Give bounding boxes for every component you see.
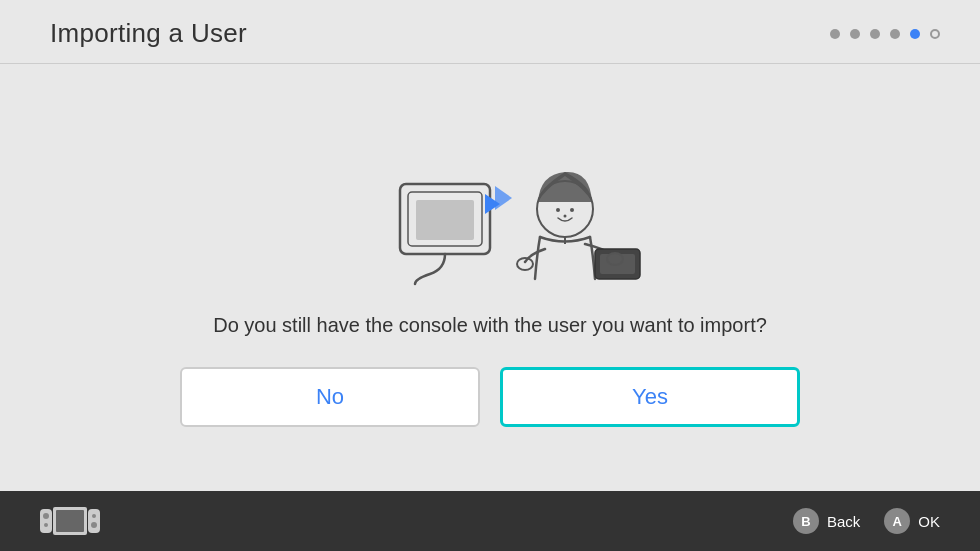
svg-point-7 bbox=[570, 208, 574, 212]
svg-rect-18 bbox=[56, 510, 84, 532]
header: Importing a User bbox=[0, 0, 980, 64]
progress-dot-3 bbox=[870, 29, 880, 39]
page-title: Importing a User bbox=[50, 18, 247, 49]
progress-dot-2 bbox=[850, 29, 860, 39]
svg-marker-4 bbox=[495, 186, 512, 210]
svg-rect-2 bbox=[416, 200, 474, 240]
svg-point-8 bbox=[564, 215, 567, 218]
svg-point-20 bbox=[92, 514, 96, 518]
a-button-icon: A bbox=[884, 508, 910, 534]
question-text: Do you still have the console with the u… bbox=[213, 314, 767, 337]
svg-point-16 bbox=[44, 523, 48, 527]
footer: B Back A OK bbox=[0, 491, 980, 551]
svg-point-15 bbox=[43, 513, 49, 519]
footer-action-buttons: B Back A OK bbox=[793, 508, 940, 534]
svg-rect-14 bbox=[40, 509, 52, 533]
progress-dot-5-active bbox=[910, 29, 920, 39]
b-button-icon: B bbox=[793, 508, 819, 534]
progress-dot-1 bbox=[830, 29, 840, 39]
illustration bbox=[300, 94, 680, 294]
no-button[interactable]: No bbox=[180, 367, 480, 427]
main-content: Do you still have the console with the u… bbox=[0, 64, 980, 427]
progress-dot-6-empty bbox=[930, 29, 940, 39]
svg-point-12 bbox=[517, 258, 533, 270]
progress-indicator bbox=[830, 29, 940, 39]
progress-dot-4 bbox=[890, 29, 900, 39]
ok-label: OK bbox=[918, 513, 940, 530]
svg-point-21 bbox=[91, 522, 97, 528]
console-icon bbox=[40, 503, 100, 539]
ok-button-footer[interactable]: A OK bbox=[884, 508, 940, 534]
yes-button[interactable]: Yes bbox=[500, 367, 800, 427]
svg-point-6 bbox=[556, 208, 560, 212]
svg-rect-19 bbox=[88, 509, 100, 533]
back-button-footer[interactable]: B Back bbox=[793, 508, 860, 534]
buttons-container: No Yes bbox=[180, 367, 800, 427]
back-label: Back bbox=[827, 513, 860, 530]
